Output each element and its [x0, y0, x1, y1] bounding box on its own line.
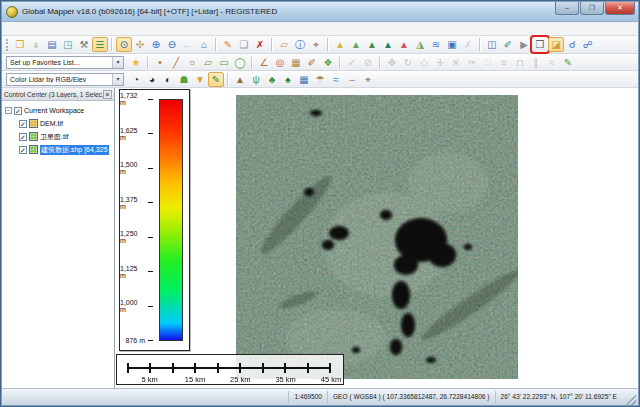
- map-view[interactable]: 1,732 m 1,625 m 1,500 m 1,375 m: [115, 88, 638, 388]
- join-lines-icon[interactable]: ∷: [480, 55, 496, 70]
- paint-style-icon[interactable]: ❖: [320, 55, 336, 70]
- digitizer-pencil-icon[interactable]: ✎: [220, 37, 236, 52]
- toolbar-grip[interactable]: [6, 39, 9, 51]
- layer-dem[interactable]: ✓ DEM.tif: [5, 117, 114, 130]
- lidar-search-icon[interactable]: ⌖: [360, 72, 376, 87]
- measure-icon[interactable]: ▱: [276, 37, 292, 52]
- workspace-root-row[interactable]: − ✓ Current Workspace: [5, 104, 114, 117]
- previous-view-icon[interactable]: ←: [180, 37, 196, 52]
- scale-tick: [149, 363, 151, 373]
- rotate-feature-icon[interactable]: ↻: [400, 55, 416, 70]
- control-center-header[interactable]: Control Center (3 Layers, 1 Selec... ✕: [2, 88, 114, 101]
- cut-fill-icon[interactable]: ◮: [412, 37, 428, 52]
- snap-vertex-icon[interactable]: ≡: [496, 55, 512, 70]
- maximize-button[interactable]: ❐: [580, 2, 604, 15]
- configure-wrench-icon[interactable]: ⚒: [76, 37, 92, 52]
- undo-edit-icon[interactable]: ⊘: [360, 55, 376, 70]
- move-vertex-icon[interactable]: ✛: [432, 55, 448, 70]
- layer-buildings[interactable]: ✓ 建筑数据.shp [64,325: [5, 143, 114, 156]
- path-profile-icon[interactable]: ◪: [548, 37, 564, 52]
- open-workspace-icon[interactable]: ❒: [12, 37, 28, 52]
- zoom-out-icon[interactable]: ⊖: [164, 37, 180, 52]
- lidar-extract-icon[interactable]: ☗: [176, 72, 192, 87]
- move-feature-icon[interactable]: ✥: [384, 55, 400, 70]
- classify-building-icon[interactable]: ▦: [296, 72, 312, 87]
- full-view-icon[interactable]: ⌂: [196, 37, 212, 52]
- trim-feature-icon[interactable]: ⊓: [512, 55, 528, 70]
- contour-icon[interactable]: ▲: [364, 37, 380, 52]
- watershed-icon[interactable]: ▲: [380, 37, 396, 52]
- classify-powerline-icon[interactable]: –: [344, 72, 360, 87]
- gps-draw-icon[interactable]: ✐: [500, 37, 516, 52]
- range-ring-icon[interactable]: ∠: [256, 55, 272, 70]
- classify-pole-icon[interactable]: ☂: [312, 72, 328, 87]
- classify-water-icon[interactable]: ≈: [328, 72, 344, 87]
- draw-area-icon[interactable]: ▱: [200, 55, 216, 70]
- draw-rect-icon[interactable]: ▭: [216, 55, 232, 70]
- export-icon[interactable]: ◳: [60, 37, 76, 52]
- lidar-color-class-icon[interactable]: ◐: [160, 72, 176, 87]
- legend-label: 1,000 m: [120, 299, 145, 313]
- clear-selection-icon[interactable]: ✗: [252, 37, 268, 52]
- delete-vertex-icon[interactable]: ✕: [448, 55, 464, 70]
- resize-grip[interactable]: [625, 394, 636, 405]
- classify-grass-icon[interactable]: ψ: [248, 72, 264, 87]
- classify-tree-icon[interactable]: ♣: [264, 72, 280, 87]
- dual-view-icon[interactable]: ◫: [484, 37, 500, 52]
- view-3d-icon[interactable]: ❒: [532, 37, 548, 52]
- close-icon[interactable]: ✕: [103, 90, 112, 99]
- classify-ground-icon[interactable]: ▲: [232, 72, 248, 87]
- collapse-expander-icon[interactable]: −: [5, 107, 12, 114]
- shader-options-icon[interactable]: ▲: [348, 37, 364, 52]
- title-bar[interactable]: Global Mapper v18.0 (b092616) [64-bit] […: [2, 2, 638, 22]
- legend-entry: 876 m: [120, 337, 153, 345]
- smooth-line-icon[interactable]: ≈: [544, 55, 560, 70]
- lidar-color-elev-icon[interactable]: ◕: [144, 72, 160, 87]
- open-data-globe-icon[interactable]: ♁: [28, 37, 44, 52]
- favorites-star-icon[interactable]: ★: [128, 55, 144, 70]
- workspace-checkbox[interactable]: ✓: [14, 107, 22, 115]
- buffer-feature-icon[interactable]: ∥: [528, 55, 544, 70]
- edit-attributes-icon[interactable]: ✎: [560, 55, 576, 70]
- layer-checkbox[interactable]: ✓: [19, 146, 27, 154]
- lidar-color-rgb-icon[interactable]: ◔: [128, 72, 144, 87]
- create-feature-icon[interactable]: ❏: [236, 37, 252, 52]
- layer-satellite[interactable]: ✓ 卫星图.tif: [5, 130, 114, 143]
- scale-feature-icon[interactable]: ◇: [416, 55, 432, 70]
- draw-ellipse-icon[interactable]: ○: [184, 55, 200, 70]
- draw-target-icon[interactable]: ◎: [272, 55, 288, 70]
- zoom-in-icon[interactable]: ⊕: [148, 37, 164, 52]
- lidar-combo[interactable]: Color Lidar by RGB/Elev ▾: [6, 73, 124, 86]
- capture-image-icon[interactable]: ▣: [444, 37, 460, 52]
- split-line-icon[interactable]: ✂: [464, 55, 480, 70]
- minimize-button[interactable]: –: [555, 2, 579, 15]
- save-workspace-icon[interactable]: ▤: [44, 37, 60, 52]
- draw-point-icon[interactable]: •: [152, 55, 168, 70]
- find-data-icon[interactable]: ⌖: [308, 37, 324, 52]
- play-simulation-icon[interactable]: ▶: [516, 37, 532, 52]
- classify-conifer-icon[interactable]: ♠: [280, 72, 296, 87]
- lidar-qc-icon[interactable]: ☌: [564, 37, 580, 52]
- lidar-fit-icon[interactable]: ☍: [580, 37, 596, 52]
- favorites-combo[interactable]: Set up Favorites List... ▾: [6, 56, 124, 69]
- draw-grid-icon[interactable]: ▦: [288, 55, 304, 70]
- control-center-icon[interactable]: ☰: [92, 37, 108, 52]
- scale-bar-ticks: [127, 363, 331, 373]
- zoom-tool-icon[interactable]: ⊙: [116, 37, 132, 52]
- draw-line-icon[interactable]: ╱: [168, 55, 184, 70]
- terrain-clear-icon[interactable]: ✗: [460, 37, 476, 52]
- draw-circle-icon[interactable]: ◯: [232, 55, 248, 70]
- close-button[interactable]: ✕: [605, 2, 635, 15]
- feature-info-icon[interactable]: ⓘ: [292, 37, 308, 52]
- layer-checkbox[interactable]: ✓: [19, 133, 27, 141]
- lidar-pick-icon[interactable]: ✎: [208, 72, 224, 87]
- draw-pencil-icon[interactable]: ✐: [304, 55, 320, 70]
- apply-edit-icon[interactable]: ✓: [344, 55, 360, 70]
- lidar-filter-icon[interactable]: ▼: [192, 72, 208, 87]
- glyph: ♁: [32, 38, 40, 52]
- view-shed-icon[interactable]: ▲: [396, 37, 412, 52]
- layer-checkbox[interactable]: ✓: [19, 120, 27, 128]
- pan-hand-icon[interactable]: ✣: [132, 37, 148, 52]
- water-level-icon[interactable]: ≋: [428, 37, 444, 52]
- elevation-legend-icon[interactable]: ▲: [332, 37, 348, 52]
